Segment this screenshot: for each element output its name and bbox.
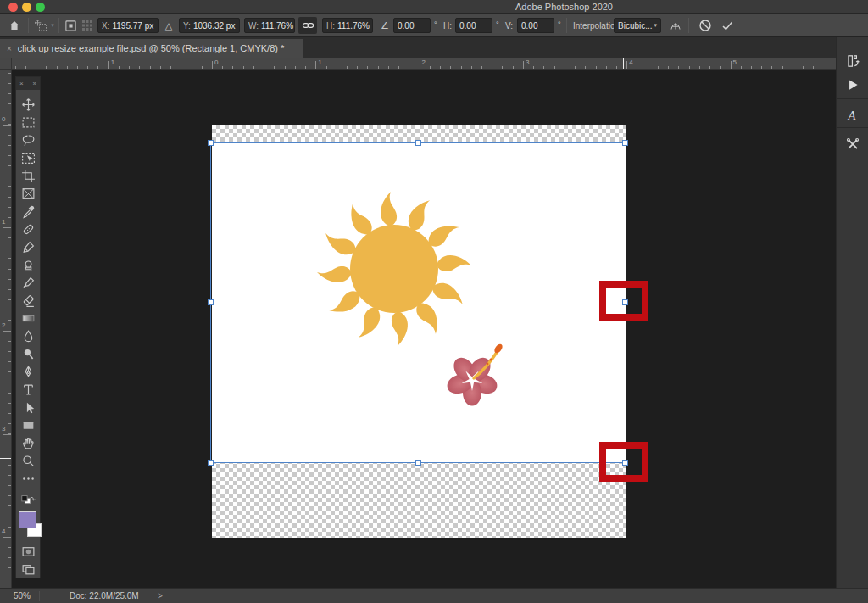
relative-position-delta-button[interactable]: △ xyxy=(163,18,175,33)
ruler-label: 0 xyxy=(214,59,218,66)
ruler-major-tick xyxy=(108,61,109,69)
transform-handle[interactable] xyxy=(622,140,628,146)
ruler-tick xyxy=(8,73,11,74)
rotation-field[interactable]: 0.00 xyxy=(393,18,431,33)
clone-stamp-tool[interactable] xyxy=(16,256,40,274)
divider xyxy=(28,18,29,33)
transform-handle[interactable] xyxy=(208,299,214,305)
ruler-tick xyxy=(8,485,11,486)
interpolation-dropdown[interactable]: Bicubic... ▾ xyxy=(614,18,661,33)
close-panel-icon[interactable]: × xyxy=(19,80,24,87)
ruler-tick xyxy=(192,66,192,69)
transform-handle[interactable] xyxy=(415,460,421,466)
collapse-panel-icon[interactable]: » xyxy=(33,80,36,87)
status-expander-icon[interactable]: > xyxy=(158,591,163,600)
ruler-tick xyxy=(253,66,254,69)
pen-tool[interactable] xyxy=(16,363,40,381)
ruler-tick xyxy=(440,66,441,69)
quick-mask-mode-icon[interactable] xyxy=(16,543,40,561)
rectangle-shape-tool[interactable] xyxy=(16,416,40,434)
ruler-tick xyxy=(337,66,337,69)
horizontal-ruler[interactable]: 1012345 xyxy=(12,58,836,70)
dodge-tool[interactable] xyxy=(16,345,40,363)
document-tab[interactable]: × click up resize example file.psd @ 50%… xyxy=(0,39,303,58)
hand-tool[interactable] xyxy=(16,434,40,452)
ruler-tick xyxy=(409,66,409,69)
height-scale-field[interactable]: H: 111.76% xyxy=(322,18,373,33)
brush-tool[interactable] xyxy=(16,238,40,256)
history-panel-icon[interactable] xyxy=(840,49,865,73)
glyphs-panel-icon[interactable]: A xyxy=(840,103,865,127)
crop-tool[interactable] xyxy=(16,167,40,185)
foreground-color-swatch[interactable] xyxy=(19,511,36,528)
rectangular-marquee-tool[interactable] xyxy=(16,114,40,131)
close-tab-icon[interactable]: × xyxy=(7,44,12,53)
ruler-tick xyxy=(689,66,690,69)
history-brush-tool[interactable] xyxy=(16,274,40,292)
transform-handle[interactable] xyxy=(208,140,214,146)
free-transform-bounding-box[interactable] xyxy=(210,142,626,463)
screen-mode-icon[interactable] xyxy=(16,561,40,578)
ruler-tick xyxy=(8,248,11,248)
ruler-major-tick xyxy=(523,61,524,69)
tab-bar: × click up resize example file.psd @ 50%… xyxy=(0,37,868,58)
status-bar: 50% Doc: 22.0M/25.0M > xyxy=(0,588,868,603)
annotation-highlight-corner-handle xyxy=(599,442,648,482)
ruler-label: 4 xyxy=(2,528,5,535)
eyedropper-tool[interactable] xyxy=(16,203,40,221)
eraser-tool[interactable] xyxy=(16,292,40,310)
default-colors-icon[interactable] xyxy=(16,491,40,509)
actions-panel-icon[interactable] xyxy=(840,73,865,97)
zoom-window-icon[interactable] xyxy=(36,3,45,12)
ruler-tick xyxy=(430,66,431,69)
chevron-down-icon[interactable]: ▾ xyxy=(49,18,56,33)
ruler-label: 0 xyxy=(2,115,5,123)
ruler-tick xyxy=(596,66,597,69)
ruler-tick xyxy=(8,465,11,466)
object-selection-tool[interactable] xyxy=(16,149,40,167)
lasso-tool[interactable] xyxy=(16,131,40,149)
mouse-position-marker xyxy=(623,58,624,69)
edit-toolbar-tool[interactable] xyxy=(16,470,40,488)
minimize-window-icon[interactable] xyxy=(22,3,31,12)
gradient-tool[interactable] xyxy=(16,310,40,327)
ruler-tick xyxy=(637,66,637,69)
path-selection-tool[interactable] xyxy=(16,399,40,416)
y-position-field[interactable]: Y: 1036.32 px xyxy=(179,18,240,33)
reference-point-toggle[interactable] xyxy=(64,18,77,33)
frame-tool[interactable] xyxy=(16,185,40,203)
ruler-tick xyxy=(119,66,120,69)
ruler-tick xyxy=(388,66,389,69)
ruler-tick xyxy=(8,382,11,382)
ruler-tick xyxy=(378,66,379,69)
cancel-transform-icon[interactable] xyxy=(697,18,714,33)
move-tool[interactable] xyxy=(16,96,40,114)
ruler-tick xyxy=(160,66,161,69)
ruler-tick xyxy=(347,66,348,69)
healing-brush-tool[interactable] xyxy=(16,221,40,238)
ruler-tick xyxy=(87,66,88,69)
transform-handle[interactable] xyxy=(208,460,214,466)
close-window-icon[interactable] xyxy=(8,3,18,12)
ruler-tick xyxy=(761,66,762,69)
svg-text:A: A xyxy=(847,109,855,122)
blur-tool[interactable] xyxy=(16,327,40,345)
transform-handle[interactable] xyxy=(415,140,421,146)
commit-transform-icon[interactable] xyxy=(719,18,736,33)
width-scale-field[interactable]: W: 111.76% xyxy=(244,18,295,33)
type-tool[interactable] xyxy=(16,381,40,399)
home-icon[interactable] xyxy=(7,18,22,33)
warp-mode-icon[interactable] xyxy=(668,18,683,33)
tool-presets-panel-icon[interactable] xyxy=(840,132,865,156)
x-position-field[interactable]: X: 1195.77 px xyxy=(97,18,159,33)
maintain-aspect-ratio-link-icon[interactable] xyxy=(298,17,317,34)
skew-v-field[interactable]: 0.00 xyxy=(517,18,554,33)
zoom-level[interactable]: 50% xyxy=(14,591,31,600)
ruler-major-tick xyxy=(420,61,420,69)
ruler-label: 1 xyxy=(111,59,114,66)
ruler-tick xyxy=(720,66,721,69)
zoom-tool[interactable] xyxy=(16,452,40,470)
skew-h-field[interactable]: 0.00 xyxy=(455,18,492,33)
ruler-tick xyxy=(97,66,98,69)
vertical-ruler[interactable]: 01234 xyxy=(0,70,12,588)
